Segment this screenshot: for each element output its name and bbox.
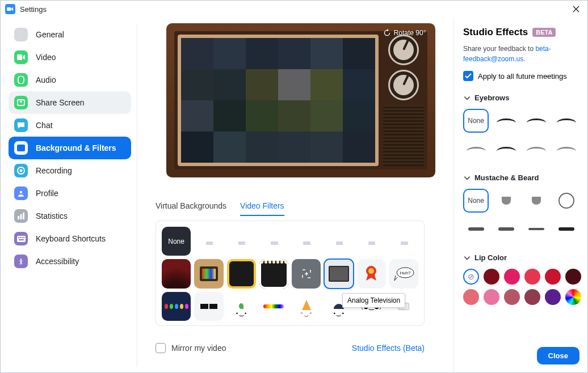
sidebar-item-video[interactable]: Video: [9, 46, 131, 69]
studio-effects-title: Studio Effects BETA: [463, 27, 579, 38]
svg-rect-0: [7, 7, 11, 11]
checkbox-box: [156, 343, 166, 353]
sidebar-item-label: Accessibility: [36, 257, 79, 266]
section-eyebrows: Eyebrows None: [463, 94, 579, 161]
svg-rect-17: [19, 239, 24, 240]
filter-tile-5[interactable]: [324, 227, 353, 256]
filter-tile-15[interactable]: Huh?: [389, 259, 418, 288]
lip-color-8[interactable]: [504, 289, 520, 305]
svg-point-22: [368, 268, 374, 274]
sidebar-item-share-screen[interactable]: Share Screen: [9, 91, 131, 114]
sidebar-item-label: Share Screen: [36, 98, 85, 107]
chevron-down-icon: [463, 174, 471, 182]
title-bar: Settings: [1, 1, 587, 18]
bg-icon: [14, 141, 28, 155]
filter-tooltip: Analog Television: [342, 293, 405, 308]
sidebar-item-chat[interactable]: Chat: [9, 114, 131, 137]
filter-tile-3[interactable]: [259, 227, 288, 256]
filter-tile-4[interactable]: [292, 227, 321, 256]
lip-color-11[interactable]: [565, 289, 581, 305]
beard-option-6[interactable]: [524, 217, 549, 241]
filter-tile-0[interactable]: None: [162, 227, 191, 256]
beard-option-0[interactable]: None: [463, 189, 489, 213]
svg-rect-13: [18, 237, 19, 238]
filter-tile-11[interactable]: [259, 259, 288, 288]
filter-tile-18[interactable]: • ‿ •: [227, 292, 256, 321]
filter-tile-9[interactable]: [194, 259, 223, 288]
filter-tile-2[interactable]: [227, 227, 256, 256]
section-header-lip[interactable]: Lip Color: [463, 253, 579, 262]
video-preview: Rotate 90°: [166, 23, 435, 177]
eyebrow-option-5[interactable]: [493, 137, 519, 161]
svg-point-7: [20, 169, 23, 172]
profile-icon: [14, 186, 28, 200]
filter-tile-14[interactable]: [357, 259, 386, 288]
sidebar-item-statistics[interactable]: Statistics: [9, 205, 131, 227]
svg-rect-12: [17, 236, 26, 242]
filter-tile-20[interactable]: ˘ ◡ ˘: [292, 292, 321, 321]
eyebrow-option-2[interactable]: [524, 109, 549, 133]
section-mustache: Mustache & Beard None: [463, 173, 579, 241]
section-header-mustache[interactable]: Mustache & Beard: [463, 173, 579, 182]
eyebrow-option-1[interactable]: [493, 109, 519, 133]
sidebar-item-background-filters[interactable]: Background & Filters: [9, 137, 131, 159]
eyebrow-option-3[interactable]: [554, 109, 579, 133]
beard-option-2[interactable]: [524, 189, 549, 213]
window-close-button[interactable]: [569, 2, 583, 16]
sidebar-item-audio[interactable]: Audio: [9, 69, 131, 91]
eyebrow-option-6[interactable]: [524, 137, 549, 161]
lip-color-6[interactable]: [463, 289, 479, 305]
svg-rect-14: [20, 237, 21, 238]
share-icon: [14, 96, 28, 109]
lip-color-9[interactable]: [524, 289, 540, 305]
rotate-button[interactable]: Rotate 90°: [383, 29, 426, 37]
svg-rect-16: [23, 237, 24, 238]
eyebrow-option-7[interactable]: [554, 137, 579, 161]
section-header-eyebrows[interactable]: Eyebrows: [463, 94, 579, 102]
apply-future-checkbox[interactable]: Apply to all future meetings: [463, 71, 579, 81]
beard-option-7[interactable]: [554, 217, 579, 241]
lip-color-1[interactable]: [484, 269, 499, 285]
sidebar-item-label: Chat: [36, 121, 53, 130]
filter-tile-10[interactable]: [227, 259, 256, 288]
lip-color-5[interactable]: [565, 269, 581, 285]
tab-virtual-backgrounds[interactable]: Virtual Backgrounds: [156, 201, 226, 216]
beard-option-1[interactable]: [493, 189, 519, 213]
close-button[interactable]: Close: [537, 347, 579, 364]
filter-tile-12[interactable]: [292, 259, 321, 288]
filter-tile-6[interactable]: [357, 227, 386, 256]
lip-color-10[interactable]: [545, 289, 561, 305]
svg-point-19: [20, 258, 22, 260]
svg-point-5: [19, 146, 20, 148]
studio-effects-link[interactable]: Studio Effects (Beta): [352, 344, 425, 353]
beard-option-4[interactable]: [463, 217, 489, 241]
beard-option-3[interactable]: [554, 189, 579, 213]
tab-video-filters[interactable]: Video Filters: [240, 201, 284, 216]
gear-icon: [14, 28, 28, 41]
feedback-text: Share your feedback to beta-feedback@zoo…: [463, 44, 579, 64]
lip-color-7[interactable]: [484, 289, 499, 305]
svg-rect-2: [17, 54, 22, 60]
filter-tile-7[interactable]: [389, 227, 418, 256]
sidebar-item-accessibility[interactable]: Accessibility: [9, 250, 131, 273]
filter-tile-13[interactable]: [324, 259, 353, 288]
sidebar-item-general[interactable]: General: [9, 23, 131, 46]
filter-tile-1[interactable]: [194, 227, 223, 256]
svg-rect-4: [17, 145, 25, 151]
sidebar-item-keyboard-shortcuts[interactable]: Keyboard Shortcuts: [9, 227, 131, 250]
sidebar-item-profile[interactable]: Profile: [9, 182, 131, 205]
mirror-video-checkbox[interactable]: Mirror my video: [156, 343, 226, 353]
filter-tile-19[interactable]: [259, 292, 288, 321]
lip-color-3[interactable]: [524, 269, 540, 285]
beard-option-5[interactable]: [493, 217, 519, 241]
lip-color-0[interactable]: ⊘: [463, 269, 479, 285]
lip-color-2[interactable]: [504, 269, 520, 285]
filter-tile-8[interactable]: [162, 259, 191, 288]
sidebar-item-recording[interactable]: Recording: [9, 159, 131, 182]
filter-tile-17[interactable]: [194, 292, 223, 321]
sidebar-item-label: General: [36, 30, 64, 39]
eyebrow-option-4[interactable]: [463, 137, 489, 161]
filter-tile-16[interactable]: [162, 292, 191, 321]
lip-color-4[interactable]: [545, 269, 561, 285]
eyebrow-option-0[interactable]: None: [463, 109, 489, 133]
